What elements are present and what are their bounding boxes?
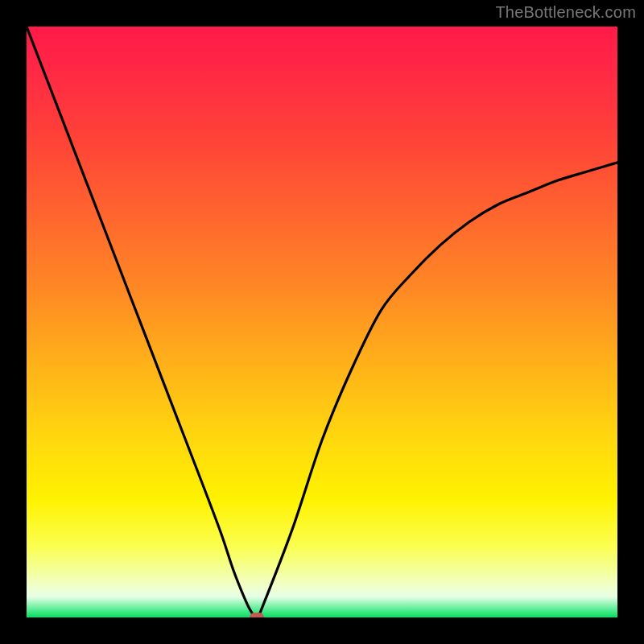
watermark-text: TheBottleneck.com: [495, 3, 636, 22]
plot-area: [27, 27, 617, 617]
chart-frame: TheBottleneck.com: [0, 0, 644, 644]
optimal-point-marker: [250, 613, 264, 617]
bottleneck-curve: [27, 27, 617, 617]
